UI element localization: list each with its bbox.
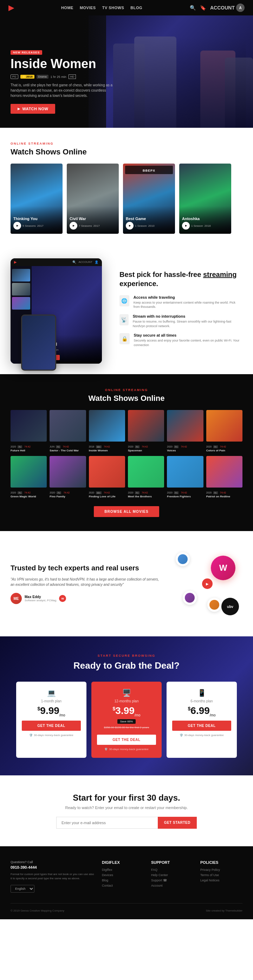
- play-button[interactable]: [13, 222, 21, 229]
- hd-badge: HD: [69, 75, 76, 79]
- grid-movie-item[interactable]: 2020 7+ 74:42 Colors of Pain: [206, 410, 242, 453]
- trust-brand-circle: W: [211, 556, 235, 580]
- movie-info: Best Game 1 Season 2010: [123, 206, 175, 234]
- sidebar-thumb-2[interactable]: [12, 283, 30, 296]
- play-button[interactable]: [182, 222, 190, 229]
- nav-blog[interactable]: BLOG: [130, 6, 143, 10]
- footer-link[interactable]: Contact: [102, 884, 144, 887]
- grid-movie-year: 2020: [167, 445, 173, 448]
- pricing-btn-2[interactable]: GET THE DEAL: [97, 735, 156, 745]
- hero-badge: NEW RELEASES: [11, 50, 42, 55]
- grid-movie-item[interactable]: 2020 12+ 74:42 Finding Love of Life: [89, 456, 125, 499]
- movie-info: Thinking You 5 Seasons 2017: [11, 206, 62, 234]
- nav-movies[interactable]: MOVIES: [80, 6, 96, 10]
- grid-movie-item[interactable]: 2020 7+ 74:42 Green Magic World: [11, 456, 47, 499]
- grid-movie-item[interactable]: JUN 7+ 74:42 Savior - The Cold War: [50, 410, 86, 453]
- grid-movie-rating: 74:42: [181, 492, 187, 494]
- footer-brand: Questions? Call 0910-390-4444 Format for…: [11, 860, 95, 892]
- bookmark-icon[interactable]: 🔖: [200, 5, 206, 11]
- play-button[interactable]: [70, 222, 77, 229]
- sidebar-thumb-3[interactable]: [12, 297, 30, 310]
- movie-card[interactable]: Thinking You 5 Seasons 2017: [11, 164, 62, 234]
- browse-btn-wrapper: BROWSE ALL MOVIES: [11, 506, 242, 517]
- grid-movie-item[interactable]: 2020 7+ 74:42 Freedom Fighters: [167, 456, 203, 499]
- author-avatar: ME: [11, 593, 22, 604]
- cta-section: Start for your first 30 days. Ready to w…: [0, 775, 253, 846]
- footer-link[interactable]: Account: [151, 884, 193, 887]
- footer-col-support: SUPPORT FAQ Help Center Support ☎ Accoun…: [151, 860, 193, 892]
- mobile-device-mockup: [21, 315, 56, 371]
- footer-link[interactable]: FAQ: [151, 868, 193, 872]
- pricing-plan-name-2: 12-months plan: [97, 699, 156, 703]
- footer-copyright: © 2019 Geexa Creative Mapping Company: [11, 909, 64, 912]
- movie-card[interactable]: ВВEPX Best Game 1 Season 2010: [123, 164, 175, 234]
- feature-item-desc: Keep access to your entertainment conten…: [133, 301, 242, 309]
- footer-link[interactable]: Digiflex: [102, 868, 144, 872]
- device-top-bar: ▶ 🔍 ACCOUNT 👤: [11, 258, 102, 266]
- feature-item-desc: Securely access and enjoy your favorite …: [134, 338, 242, 347]
- cta-subtitle: Ready to watch? Enter your email to crea…: [11, 805, 242, 810]
- logo: ▶: [8, 3, 14, 12]
- pricing-label: START SECURE BROWSING: [11, 654, 242, 657]
- language-select[interactable]: English: [11, 885, 34, 892]
- watch-now-button[interactable]: WATCH NOW: [11, 104, 55, 114]
- trust-visual: W ubv ▶: [172, 549, 242, 619]
- pricing-icon-2: 🖥️: [97, 689, 156, 697]
- grid-movie-rating: 74:42: [142, 492, 148, 494]
- trust-avatar-3: [207, 598, 221, 612]
- footer-link[interactable]: Support ☎: [151, 878, 193, 882]
- pricing-btn-1[interactable]: GET THE DEAL: [22, 721, 81, 731]
- trust-heading: Trusted by tech experts and real users: [11, 563, 162, 573]
- nav-home[interactable]: HOME: [61, 6, 74, 10]
- browse-all-button[interactable]: BROWSE ALL MOVIES: [94, 506, 159, 517]
- footer-link[interactable]: Privacy Policy: [200, 868, 242, 872]
- play-button[interactable]: [126, 222, 133, 229]
- footer-bottom: © 2019 Geexa Creative Mapping Company Si…: [11, 903, 242, 912]
- footer-link[interactable]: Legal Notices: [200, 878, 242, 882]
- section-label-2: ONLINE STREAMING: [11, 388, 242, 392]
- get-started-button[interactable]: GET STARTED: [158, 817, 197, 829]
- grid-thumb: [11, 456, 47, 488]
- movie-title: Thinking You: [13, 216, 60, 221]
- pricing-original-price: $358.00 $199.00 for the first 2 years: [97, 726, 156, 729]
- footer-link[interactable]: Terms of Use: [200, 873, 242, 877]
- shield-icon-3: 🛡️: [179, 733, 183, 737]
- trust-play-icon[interactable]: ▶: [202, 579, 213, 589]
- section-title: Watch Shows Online: [11, 148, 242, 156]
- grid-movie-item[interactable]: 2020 7+ 74:42 Patriot on Redline: [206, 456, 242, 499]
- hero-content: NEW RELEASES Inside Women PG ⭐ 2018 Dram…: [11, 48, 130, 114]
- pricing-btn-3[interactable]: GET THE DEAL: [172, 721, 231, 731]
- grid-movie-item[interactable]: 2020 7+ 74:42 Fino Family: [50, 456, 86, 499]
- movie-info: Antoshka 1 Season 2018: [179, 206, 231, 234]
- footer-link[interactable]: Devices: [102, 873, 144, 877]
- movie-year: 2018: [205, 224, 211, 228]
- footer-link[interactable]: Blog: [102, 878, 144, 882]
- grid-thumb: [206, 410, 242, 442]
- pricing-plan-name-3: 6-months plan: [172, 699, 231, 703]
- grid-movie-item[interactable]: 2020 7+ 74:42 Spaceman: [128, 410, 164, 453]
- pricing-price-2: $3.99/mo: [97, 705, 156, 717]
- movie-year: 2017: [37, 224, 43, 228]
- email-input[interactable]: [56, 817, 158, 829]
- grid-movie-item[interactable]: 2020 7+ 74:42 Voices: [167, 410, 203, 453]
- grid-movie-title: Savior - The Cold War: [50, 449, 86, 452]
- grid-movie-year: 2020: [50, 492, 55, 494]
- grid-movie-title: Voices: [167, 449, 203, 452]
- footer-link[interactable]: Help Center: [151, 873, 193, 877]
- grid-movie-item[interactable]: 2020 7+ 74:42 Future Hell: [11, 410, 47, 453]
- account-button[interactable]: ACCOUNT A: [210, 3, 245, 12]
- grid-movie-title: Green Magic World: [11, 495, 47, 498]
- ubv-badge: ubv: [221, 598, 239, 615]
- search-icon[interactable]: 🔍: [190, 5, 196, 11]
- grid-movie-item[interactable]: 2018 12+ 74:42 Inside Women: [89, 410, 125, 453]
- grid-movie-year: 2020: [206, 445, 212, 448]
- sidebar-thumb-1[interactable]: [12, 269, 30, 282]
- grid-movie-item[interactable]: 2020 7+ 74:42 Meet the Brothers: [128, 456, 164, 499]
- grid-movie-badge: 7+: [174, 445, 178, 448]
- nav-tvshows[interactable]: TV SHOWS: [102, 6, 124, 10]
- movie-card[interactable]: Antoshka 1 Season 2018: [179, 164, 231, 234]
- footer-phone[interactable]: 0910-390-4444: [11, 865, 95, 869]
- movie-card[interactable]: Civil War 7 Seasons 2017: [67, 164, 119, 234]
- feature-item-1: 🌐 Access while traveling Keep access to …: [120, 295, 242, 309]
- movies-grid-row2: 2020 7+ 74:42 Green Magic World 2020 7+ …: [11, 456, 242, 499]
